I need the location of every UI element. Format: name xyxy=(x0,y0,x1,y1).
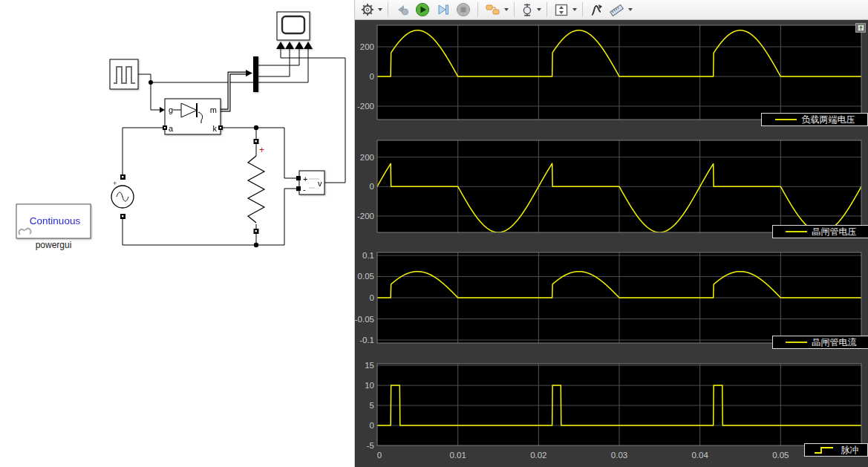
scope-plots[interactable]: 2000-2002000-2000.10.050-0.05-0.1151050-… xyxy=(355,20,868,467)
x-tick-label: 0.05 xyxy=(772,451,789,460)
y-tick-label: 15 xyxy=(365,361,374,370)
legend-label: 负载两端电压 xyxy=(802,114,855,126)
legend-line-sample xyxy=(785,228,808,236)
demux-block[interactable] xyxy=(253,56,258,92)
scope-screen-icon xyxy=(282,16,304,33)
resistor-polarity: + xyxy=(259,145,264,155)
y-tick-label: 0 xyxy=(370,72,374,81)
simulink-model-canvas[interactable]: g m a k + xyxy=(0,0,355,467)
svg-text:v: v xyxy=(318,179,322,188)
legend-4: 脉冲 xyxy=(804,443,868,457)
legend-2: 晶闸管电压 xyxy=(772,225,868,238)
legend-label: 晶闸管电流 xyxy=(812,336,857,349)
x-tick-label: 0.03 xyxy=(611,451,627,460)
y-tick-label: 5 xyxy=(370,401,374,410)
highlight-dropdown-caret[interactable] xyxy=(504,8,509,11)
resistor-zigzag-icon xyxy=(248,156,264,223)
x-tick-label: 0.04 xyxy=(691,451,708,460)
y-tick-label: 0.1 xyxy=(362,251,374,260)
svg-text:g: g xyxy=(169,105,173,114)
svg-text:m: m xyxy=(210,105,217,114)
powergui-block[interactable]: Continuous xyxy=(16,204,91,238)
expand-icon xyxy=(858,25,864,31)
scope-window: 2000-2002000-2000.10.050-0.05-0.1151050-… xyxy=(355,0,868,467)
scale-dropdown-caret[interactable] xyxy=(572,8,577,11)
run-icon xyxy=(415,2,430,17)
scope-input-ports xyxy=(276,42,313,49)
signal-cursor-button[interactable] xyxy=(587,1,605,19)
y-tick-label: -200 xyxy=(357,212,374,221)
scale-y-axes-button[interactable] xyxy=(552,1,571,19)
triggers-dropdown-caret[interactable] xyxy=(537,8,541,11)
powergui-mode-text: Continuous xyxy=(30,215,81,226)
svg-text:-: - xyxy=(303,185,306,194)
y-tick-label: -5 xyxy=(367,441,374,450)
svg-text:k: k xyxy=(213,124,218,133)
vector-signal-wire xyxy=(221,70,252,111)
scope-block[interactable] xyxy=(276,12,313,49)
ruler-icon xyxy=(609,3,624,17)
run-button[interactable] xyxy=(413,1,432,19)
x-tick-label: 0 xyxy=(377,451,382,460)
toolbar-separator xyxy=(388,2,388,17)
simulink-blocks-icon xyxy=(485,3,500,16)
y-tick-label: -0.1 xyxy=(359,336,374,344)
y-tick-label: 0.05 xyxy=(358,272,374,281)
y-tick-label: 10 xyxy=(365,381,374,390)
thyristor-block[interactable]: g m a k xyxy=(163,99,223,134)
y-tick-label: 0 xyxy=(370,182,374,191)
y-tick-label: -0.05 xyxy=(355,315,374,324)
wire-arrowhead xyxy=(160,107,165,113)
y-tick-label: -200 xyxy=(357,102,374,111)
x-tick-label: 0.01 xyxy=(449,451,466,460)
scale-axes-icon xyxy=(554,3,569,17)
legend-line-sample xyxy=(774,116,797,124)
step-back-icon xyxy=(395,3,409,16)
legend-line-sample xyxy=(814,446,837,454)
measurements-button[interactable] xyxy=(607,1,627,19)
scope-toolbar xyxy=(355,0,868,20)
y-tick-label: 200 xyxy=(360,153,374,162)
gear-icon xyxy=(361,3,374,16)
triggers-button[interactable] xyxy=(519,1,535,19)
settings-dropdown-caret[interactable] xyxy=(378,8,382,11)
voltage-measurement-block[interactable]: + - v xyxy=(296,171,324,195)
stop-button[interactable] xyxy=(454,1,473,19)
step-back-button[interactable] xyxy=(393,1,411,19)
settings-gear-button[interactable] xyxy=(359,1,376,19)
y-tick-label: 0 xyxy=(370,421,374,430)
stop-icon xyxy=(456,2,471,17)
trigger-icon xyxy=(521,3,533,17)
matlab-simulink-workspace: g m a k + xyxy=(0,0,868,467)
toolbar-separator xyxy=(546,2,547,17)
model-diagram: g m a k + xyxy=(0,0,354,467)
step-forward-icon xyxy=(436,3,450,16)
measurements-dropdown-caret[interactable] xyxy=(628,8,633,11)
step-forward-button[interactable] xyxy=(434,1,452,19)
svg-text:+: + xyxy=(303,174,307,183)
legend-label: 晶闸管电压 xyxy=(812,226,857,238)
legend-1: 负载两端电压 xyxy=(761,113,868,126)
y-tick-label: 200 xyxy=(360,42,374,51)
ac-voltage-source-block[interactable]: + xyxy=(111,174,134,219)
powergui-label: powergui xyxy=(36,240,72,250)
toolbar-separator xyxy=(514,2,515,17)
expand-axes-button[interactable] xyxy=(855,23,866,33)
legend-3: 晶闸管电流 xyxy=(772,336,868,349)
pulse-generator-block[interactable] xyxy=(110,59,138,89)
highlight-simulink-block-button[interactable] xyxy=(483,1,503,19)
scope-plot-area[interactable]: 2000-2002000-2000.10.050-0.05-0.1151050-… xyxy=(355,20,868,467)
svg-text:a: a xyxy=(169,124,174,133)
legend-line-sample xyxy=(785,339,808,347)
toolbar-separator xyxy=(582,2,583,17)
x-tick-label: 0.02 xyxy=(530,451,546,460)
signal-cursor-icon xyxy=(590,3,603,17)
signal-wires xyxy=(123,49,345,245)
legend-label: 脉冲 xyxy=(841,444,859,457)
y-tick-label: 0 xyxy=(370,293,374,302)
toolbar-separator xyxy=(477,2,478,17)
source-polarity: + xyxy=(113,180,117,187)
